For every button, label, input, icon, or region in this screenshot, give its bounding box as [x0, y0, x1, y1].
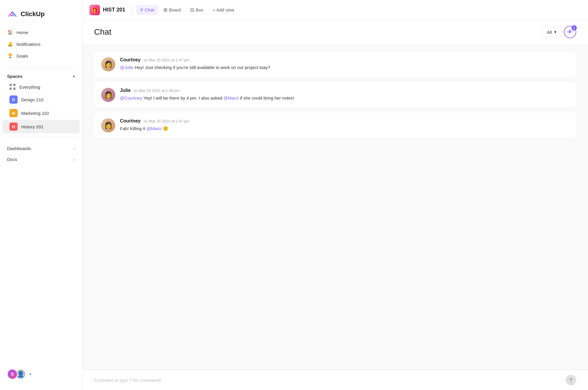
- sidebar-item-dashboards[interactable]: Dashboards ›: [4, 143, 78, 154]
- message-1-header: Courtney on Mar 15 2021 at 1:47 pm: [120, 57, 569, 63]
- add-view-button[interactable]: + Add view: [209, 5, 238, 15]
- marketing-label: Marketing 102: [21, 111, 49, 116]
- filter-chevron-icon: ▾: [554, 29, 557, 35]
- send-button[interactable]: [566, 375, 576, 385]
- message-2-time: on Mar 15 2021 at 1:49 pm: [133, 88, 179, 93]
- avatar-caret-icon[interactable]: ▾: [29, 372, 31, 376]
- tab-chat-label: Chat: [145, 7, 154, 12]
- add-view-label: + Add view: [213, 7, 234, 12]
- trophy-icon: 🏆: [7, 53, 13, 59]
- spaces-list: Everything D Design 210 M Marketing 102 …: [0, 81, 82, 133]
- logo-area: ClickUp: [0, 6, 82, 26]
- message-2-content: Julie on Mar 15 2021 at 1:49 pm @Courtne…: [120, 88, 569, 102]
- mention-courtney: @Courtney: [120, 95, 142, 100]
- message-2-body-1: Yep! I will be there by 4 pm. I also ask…: [143, 95, 223, 100]
- message-2-author: Julie: [120, 88, 131, 93]
- message-3-header: Courtney on Mar 15 2021 at 1:47 pm: [120, 118, 569, 124]
- chat-header: Chat All ▾ 👁 1: [82, 20, 588, 44]
- hash-icon: #: [140, 7, 143, 13]
- courtney-avatar-2: 👩: [101, 118, 115, 132]
- message-2-header: Julie on Mar 15 2021 at 1:49 pm: [120, 88, 569, 93]
- sidebar-item-marketing102[interactable]: M Marketing 102: [2, 106, 80, 120]
- dashboards-chevron-icon: ›: [74, 146, 75, 151]
- sidebar-item-docs[interactable]: Docs ›: [4, 154, 78, 165]
- dashboards-label: Dashboards: [7, 146, 31, 151]
- sidebar-item-goals[interactable]: 🏆 Goals: [4, 50, 78, 62]
- chat-title: Chat: [94, 27, 111, 37]
- courtney-avatar-1: 👩: [101, 57, 115, 71]
- message-1-author: Courtney: [120, 57, 141, 63]
- clickup-logo-icon: [7, 9, 18, 19]
- message-1-text: @Julie Hey! Just checking if you're stil…: [120, 64, 569, 71]
- docs-chevron-icon: ›: [74, 157, 75, 162]
- comment-placeholder[interactable]: Comment or type '/' for commands: [94, 378, 161, 383]
- sidebar-item-design210[interactable]: D Design 210: [2, 93, 80, 106]
- filter-select[interactable]: All ▾: [542, 27, 562, 37]
- comment-bar[interactable]: Comment or type '/' for commands: [82, 370, 588, 390]
- topbar: 🎁 HIST 201 # Chat ⊞ Board ⊟ Box + Add vi…: [82, 0, 588, 20]
- messages-container: 👩 Courtney on Mar 15 2021 at 1:47 pm @Ju…: [82, 44, 588, 370]
- mention-marci-2: @Marci: [146, 126, 162, 131]
- mention-julie: @Julie: [120, 65, 133, 70]
- spaces-header[interactable]: Spaces ▾: [0, 71, 82, 81]
- marketing-badge-icon: M: [9, 109, 18, 117]
- everything-label: Everything: [19, 85, 40, 90]
- topbar-tabs: # Chat ⊞ Board ⊟ Box + Add view: [136, 5, 238, 15]
- box-icon: ⊟: [190, 7, 194, 13]
- docs-label: Docs: [7, 157, 17, 162]
- logo-text: ClickUp: [21, 10, 45, 18]
- eye-button[interactable]: 👁 1: [564, 26, 576, 38]
- design-label: Design 210: [21, 97, 44, 102]
- tab-board-label: Board: [169, 7, 181, 12]
- tab-box[interactable]: ⊟ Box: [186, 5, 208, 15]
- sidebar-item-history201[interactable]: H History 201: [2, 120, 80, 133]
- user-avatar-s: S: [7, 369, 18, 379]
- message-2-text: @Courtney Yep! I will be there by 4 pm. …: [120, 95, 569, 102]
- home-icon: 🏠: [7, 29, 13, 35]
- message-3: 👩 Courtney on Mar 15 2021 at 1:47 pm Fab…: [94, 112, 576, 138]
- sidebar: ClickUp 🏠 Home 🔔 Notifications 🏆 Goals S…: [0, 0, 82, 390]
- project-name: HIST 201: [103, 7, 125, 13]
- sidebar-extra-sections: Dashboards › Docs ›: [0, 143, 82, 165]
- divider-2: [5, 137, 77, 137]
- board-icon: ⊞: [163, 7, 167, 13]
- message-3-body-1: Fab! Killing it: [120, 126, 146, 131]
- history-badge-icon: H: [9, 122, 18, 131]
- send-icon: [568, 377, 574, 383]
- everything-dots-icon: [9, 84, 16, 90]
- design-badge-icon: D: [9, 95, 18, 104]
- message-1-time: on Mar 15 2021 at 1:47 pm: [143, 58, 189, 62]
- message-3-text: Fab! Killing it @Marci 🙂: [120, 125, 569, 132]
- project-icon: 🎁: [89, 5, 100, 15]
- tab-board[interactable]: ⊞ Board: [159, 5, 185, 15]
- message-3-content: Courtney on Mar 15 2021 at 1:47 pm Fab! …: [120, 118, 569, 132]
- spaces-label: Spaces: [7, 74, 23, 79]
- home-label: Home: [16, 30, 28, 35]
- main-area: 🎁 HIST 201 # Chat ⊞ Board ⊟ Box + Add vi…: [82, 0, 588, 390]
- history-label: History 201: [21, 124, 44, 129]
- topbar-project: 🎁 HIST 201: [89, 5, 131, 15]
- tab-chat[interactable]: # Chat: [136, 5, 158, 15]
- sidebar-item-notifications[interactable]: 🔔 Notifications: [4, 38, 78, 50]
- bell-icon: 🔔: [7, 41, 13, 47]
- notifications-label: Notifications: [16, 42, 41, 47]
- divider-1: [5, 68, 77, 68]
- tab-box-label: Box: [196, 7, 203, 12]
- message-3-author: Courtney: [120, 118, 141, 124]
- avatar-stack: S 👤: [7, 369, 26, 379]
- chevron-down-icon: ▾: [73, 74, 75, 79]
- sidebar-item-home[interactable]: 🏠 Home: [4, 26, 78, 38]
- nav-section: 🏠 Home 🔔 Notifications 🏆 Goals: [0, 26, 82, 62]
- message-1-body: Hey! Just checking if you're still avail…: [135, 65, 270, 70]
- goals-label: Goals: [16, 53, 28, 58]
- julie-avatar: 👩: [101, 88, 115, 102]
- message-3-time: on Mar 15 2021 at 1:47 pm: [143, 119, 189, 123]
- message-1-content: Courtney on Mar 15 2021 at 1:47 pm @Juli…: [120, 57, 569, 71]
- mention-marci-1: @Marci: [223, 95, 239, 100]
- chat-area: Chat All ▾ 👁 1 👩 Courtney: [82, 20, 588, 390]
- eye-badge: 1: [572, 25, 577, 31]
- message-2: 👩 Julie on Mar 15 2021 at 1:49 pm @Court…: [94, 82, 576, 108]
- sidebar-item-everything[interactable]: Everything: [2, 81, 80, 93]
- sidebar-bottom: S 👤 ▾: [0, 364, 82, 384]
- chat-filter: All ▾ 👁 1: [542, 26, 576, 38]
